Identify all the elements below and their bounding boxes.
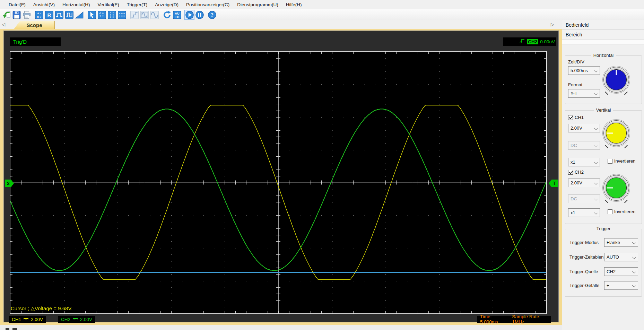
svg-text:× ÷: × ÷ <box>37 15 41 18</box>
horizontal-group-legend: Horizontal <box>591 53 616 58</box>
trigger-mode-select[interactable]: Flanke <box>604 238 638 247</box>
trigger-source-badge: CH2 <box>527 39 538 44</box>
ramp-button[interactable] <box>75 10 84 19</box>
pause-button[interactable] <box>195 10 204 19</box>
tab-strip: ◁ Scope ▷ <box>0 20 562 29</box>
cursor-measurement-readout: Cursor ; △Voltage = 9.68V. <box>11 305 72 312</box>
ch2-enable-checkbox[interactable] <box>568 170 573 175</box>
cursor-button[interactable] <box>87 10 96 19</box>
open-button[interactable] <box>2 10 11 19</box>
trigger-source-select[interactable]: CH2 <box>604 267 638 276</box>
grid-button[interactable] <box>97 10 106 19</box>
ch1-invert-row: Invertieren <box>608 158 635 164</box>
ch2-position-knob[interactable] <box>603 175 629 201</box>
ch1-enable-checkbox[interactable] <box>568 115 573 120</box>
print-button[interactable] <box>22 10 31 19</box>
trigger-level-readout: 0.00uV <box>540 39 555 44</box>
vertical-cursors-button[interactable] <box>107 10 116 19</box>
ch1-position-knob[interactable] <box>603 120 629 146</box>
format-select[interactable]: Y-T <box>568 89 600 98</box>
tab-scroll-left-icon[interactable]: ◁ <box>1 22 6 27</box>
trigger-sweep-label: Trigger-Zeitablen <box>569 254 604 260</box>
ch1-volts-per-div: 2.00V <box>31 317 43 322</box>
timebase-status: Time: 5.000ms Sample Rate: 1MHz <box>477 316 551 323</box>
ch1-enable-row: CH1 <box>568 115 584 120</box>
panel-title: Bedienfeld <box>562 20 644 30</box>
trigger-status-readout: Trig'D <box>10 37 61 46</box>
trigger-level-marker[interactable]: T <box>549 180 558 187</box>
svg-text:TO: TO <box>175 15 179 18</box>
ch1-coupling-select: DC <box>568 141 600 150</box>
ch2-status: CH22.00V <box>58 316 95 323</box>
dual-square-wave-button[interactable] <box>64 10 74 19</box>
ch1-volts-select[interactable]: 2.00V <box>568 124 600 132</box>
waveform-canvas <box>10 52 546 313</box>
trigger-slope-icon <box>519 38 525 45</box>
refresh-button[interactable] <box>162 10 172 19</box>
menu-item-triggert[interactable]: Trigger(T) <box>123 1 151 9</box>
reference-button[interactable]: R <box>44 10 54 19</box>
ch1-invert-label: Invertieren <box>614 158 635 164</box>
menu-item-anzeiged[interactable]: Anzeige(D) <box>151 1 182 9</box>
menu-item-dienstprogrammu[interactable]: Dienstprogramm(U) <box>233 1 282 9</box>
math-button[interactable]: + -× ÷ <box>34 10 44 19</box>
horizontal-position-knob[interactable] <box>603 67 629 93</box>
sine-wave-button[interactable] <box>150 10 159 19</box>
trigger-sweep-select[interactable]: AUTO <box>604 253 638 261</box>
trigger-group: Trigger Trigger-Modus Flanke Trigger-Zei… <box>565 229 642 297</box>
ch2-probe-select[interactable]: x1 <box>568 208 600 217</box>
time-per-div-select[interactable]: 5.000ms <box>568 66 600 75</box>
ch2-invert-checkbox[interactable] <box>608 209 612 214</box>
auto-set-button[interactable]: AUTO <box>172 10 182 19</box>
save-button[interactable] <box>12 10 21 19</box>
voltage-cursor-2[interactable] <box>10 272 546 273</box>
ch2-coupling-select: DC <box>568 194 600 203</box>
menu-item-ansichtv[interactable]: Ansicht(V) <box>29 1 59 9</box>
tab-scroll-right-icon[interactable]: ▷ <box>550 22 555 27</box>
partial-text-mark <box>6 328 9 330</box>
svg-text:+ -: + - <box>37 11 41 15</box>
menu-item-hilfeh[interactable]: Hilfe(H) <box>282 1 306 9</box>
horizontal-cursors-button[interactable] <box>117 10 127 19</box>
trigger-mode-label: Trigger-Modus <box>569 240 599 245</box>
help-button[interactable]: ? <box>207 10 217 19</box>
ch1-probe-select[interactable]: x1 <box>568 158 600 166</box>
trigger-indicator: CH2 0.00uV <box>503 37 556 46</box>
vertical-group-legend: Vertikal <box>594 107 613 113</box>
tab-content-border-left <box>0 31 3 325</box>
ch2-volts-per-div: 2.00V <box>80 317 92 322</box>
run-button[interactable] <box>185 10 194 19</box>
ch1-status-label: CH1 <box>12 317 21 322</box>
panel-divider <box>562 40 644 44</box>
menu-item-positionsanzeigerc[interactable]: Positionsanzeiger(C) <box>182 1 233 9</box>
menu-item-horizontalh[interactable]: Horizontal(H) <box>59 1 94 9</box>
ch1-label: CH1 <box>575 115 584 120</box>
voltage-cursor-1[interactable] <box>10 109 546 109</box>
vertical-group: Vertikal CH1 2.00V DC x1 Invertieren CH2… <box>565 110 642 224</box>
svg-text:?: ? <box>210 12 213 18</box>
step-wave-button[interactable] <box>130 10 139 19</box>
trigger-slope-select[interactable]: + <box>604 281 638 290</box>
control-panel: Bedienfeld Bereich Horizontal Zeit/DIV 5… <box>562 20 644 330</box>
ch2-invert-row: Invertieren <box>608 209 635 214</box>
ch1-invert-checkbox[interactable] <box>608 159 612 164</box>
ch1-status: CH12.00V <box>9 316 46 323</box>
scope-status-bar: CH12.00V CH22.00V Time: 5.000ms Sample R… <box>4 316 559 323</box>
sine-box-button[interactable] <box>140 10 149 19</box>
time-per-div-readout: Time: 5.000ms <box>480 314 506 324</box>
toolbar: + -× ÷RAUTO? <box>0 9 644 20</box>
tab-scope[interactable]: Scope <box>14 21 55 29</box>
square-wave-button[interactable] <box>54 10 64 19</box>
dc-coupling-icon <box>73 318 78 320</box>
scope-separator <box>6 47 557 47</box>
ch2-enable-row: CH2 <box>568 170 584 175</box>
bottom-strip <box>0 325 562 330</box>
ch2-volts-select[interactable]: 2.00V <box>568 179 600 187</box>
menu-item-dateif[interactable]: Datei(F) <box>5 1 29 9</box>
tab-content-border-right <box>559 31 562 325</box>
ch2-invert-label: Invertieren <box>614 209 635 214</box>
menu-item-vertikale[interactable]: Vertikal(E) <box>94 1 123 9</box>
panel-subtitle[interactable]: Bereich <box>562 30 644 40</box>
time-per-div-label: Zeit/DIV <box>568 59 584 64</box>
svg-text:AU: AU <box>175 11 180 15</box>
